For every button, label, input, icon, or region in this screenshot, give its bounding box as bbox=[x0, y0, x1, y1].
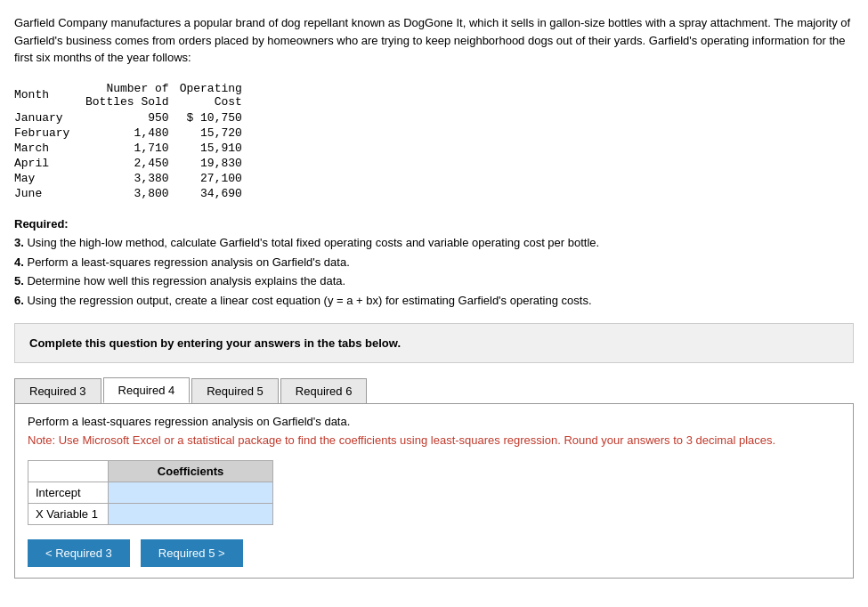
bottles-cell: 3,800 bbox=[85, 186, 180, 201]
cost-cell: 15,910 bbox=[180, 141, 253, 156]
data-table: Month Number of Bottles Sold Operating C… bbox=[14, 81, 253, 201]
required-item: 6. Using the regression output, create a… bbox=[14, 292, 854, 310]
bottles-cell: 1,710 bbox=[85, 141, 180, 156]
instruction-text: Perform a least-squares regression analy… bbox=[28, 415, 840, 428]
bottles-cell: 1,480 bbox=[85, 125, 180, 141]
note-text: Note: Use Microsoft Excel or a statistic… bbox=[28, 432, 840, 449]
cost-cell: 27,100 bbox=[180, 171, 253, 186]
col2-header: Number of Bottles Sold bbox=[85, 81, 180, 110]
tabs-container: Required 3Required 4Required 5Required 6 bbox=[14, 377, 854, 404]
coeff-input-cell[interactable] bbox=[109, 503, 273, 524]
coeff-input-cell[interactable] bbox=[109, 482, 273, 503]
tab-required-4[interactable]: Required 4 bbox=[103, 377, 191, 403]
tab-required-6[interactable]: Required 6 bbox=[280, 378, 368, 403]
cost-cell: 19,830 bbox=[180, 156, 253, 171]
required-item: 5. Determine how well this regression an… bbox=[14, 272, 854, 290]
table-row: April 2,450 19,830 bbox=[14, 156, 253, 171]
tab-required-3[interactable]: Required 3 bbox=[14, 378, 101, 403]
month-cell: February bbox=[14, 125, 85, 141]
cost-cell: $ 10,750 bbox=[180, 110, 253, 125]
complete-box: Complete this question by entering your … bbox=[14, 323, 854, 363]
table-row: February 1,480 15,720 bbox=[14, 125, 253, 141]
cost-cell: 15,720 bbox=[180, 125, 253, 141]
month-cell: January bbox=[14, 110, 85, 125]
bottles-cell: 950 bbox=[85, 110, 180, 125]
coeff-input[interactable] bbox=[116, 486, 265, 499]
month-cell: March bbox=[14, 141, 85, 156]
required-label: Required: bbox=[14, 217, 69, 231]
required-section: Required: 3. Using the high-low method, … bbox=[14, 215, 854, 310]
table-row: May 3,380 27,100 bbox=[14, 171, 253, 186]
coeff-input[interactable] bbox=[116, 507, 265, 521]
next-button[interactable]: Required 5 > bbox=[141, 539, 243, 567]
intro-paragraph: Garfield Company manufactures a popular … bbox=[14, 14, 851, 67]
required-item: 4. Perform a least-squares regression an… bbox=[14, 254, 854, 271]
table-row: June 3,800 34,690 bbox=[14, 186, 253, 201]
col3-header: Operating Cost bbox=[180, 81, 253, 110]
table-row: March 1,710 15,910 bbox=[14, 141, 253, 156]
month-cell: June bbox=[14, 186, 85, 201]
nav-buttons: < Required 3 Required 5 > bbox=[28, 539, 840, 567]
tab-content: Perform a least-squares regression analy… bbox=[14, 404, 854, 579]
month-cell: May bbox=[14, 171, 85, 186]
bottles-cell: 3,380 bbox=[85, 171, 180, 186]
month-cell: April bbox=[14, 156, 85, 171]
coeff-label: X Variable 1 bbox=[28, 503, 109, 524]
coeff-row: X Variable 1 bbox=[28, 503, 273, 524]
cost-cell: 34,690 bbox=[180, 186, 253, 201]
coeff-row: Intercept bbox=[28, 482, 273, 503]
prev-button[interactable]: < Required 3 bbox=[28, 539, 130, 567]
empty-header-cell bbox=[28, 460, 109, 482]
required-item: 3. Using the high-low method, calculate … bbox=[14, 234, 854, 252]
table-row: January 950 $ 10,750 bbox=[14, 110, 253, 125]
coefficients-table: Coefficients Intercept X Variable 1 bbox=[28, 460, 273, 525]
coeff-label: Intercept bbox=[28, 482, 109, 503]
coefficients-header: Coefficients bbox=[109, 460, 273, 482]
bottles-cell: 2,450 bbox=[85, 156, 180, 171]
col1-header: Month bbox=[14, 81, 85, 110]
tab-required-5[interactable]: Required 5 bbox=[191, 378, 279, 403]
